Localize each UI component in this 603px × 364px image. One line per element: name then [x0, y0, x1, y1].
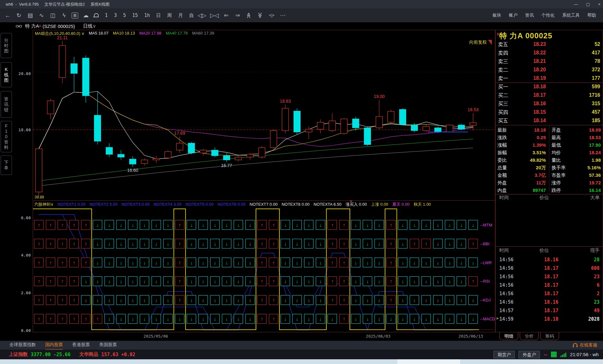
restore-mode-label[interactable]: 向前复权 — [469, 40, 492, 45]
menu-资讯[interactable]: 资讯 — [525, 13, 534, 18]
candle-body — [317, 122, 324, 129]
ask-row-卖二[interactable]: 卖二18.20372 — [496, 66, 603, 74]
sidebar-tab-分时图[interactable]: 分时图 — [1, 33, 12, 58]
collapse-down-icon[interactable]: ≫ — [257, 11, 264, 19]
divider — [496, 194, 603, 194]
period-button-3[interactable]: 3 — [114, 13, 117, 18]
online-service[interactable]: 在线客服 — [573, 341, 597, 350]
collapse-up-icon[interactable]: ≪ — [245, 11, 253, 19]
menu-帮助[interactable]: 帮助 — [587, 13, 596, 18]
close-button[interactable]: × — [598, 2, 600, 7]
stat-value: 49.82% — [514, 157, 546, 163]
down-arrow-icon: ↓ — [366, 316, 369, 322]
corner-value-label: 39.89 — [35, 195, 44, 199]
tab-char: 1 — [5, 129, 8, 134]
menu-个性化[interactable]: 个性化 — [541, 13, 555, 18]
candle-body — [35, 149, 42, 192]
bid-row-买五[interactable]: 买五18.14185 — [496, 117, 603, 125]
market-grid-icon[interactable] — [551, 351, 557, 357]
ask-row-卖四[interactable]: 卖四18.22417 — [496, 49, 603, 57]
add-pane-icon[interactable]: +▯+ — [268, 11, 275, 19]
zoom-in-icon[interactable]: ▷◁ — [210, 11, 219, 19]
ask-row-卖三[interactable]: 卖三18.2178 — [496, 57, 603, 66]
quote-list-icon[interactable]: ▤ — [26, 11, 34, 19]
market-tab-香港股票[interactable]: 香港股票 — [72, 342, 90, 348]
candle-body — [435, 128, 441, 132]
up-arrow-icon: ↑ — [84, 260, 87, 265]
menu-板块[interactable]: 板块 — [492, 13, 501, 18]
down-arrow-icon: ↓ — [460, 297, 463, 303]
cloud-order-icon[interactable]: ☁ — [82, 11, 90, 19]
bid-row-买三[interactable]: 买三18.16315 — [496, 100, 603, 108]
refresh-icon[interactable]: ↻ — [15, 11, 23, 19]
tick-price: 18.16 — [530, 257, 558, 263]
up-arrow-icon: ↑ — [61, 260, 63, 265]
minimize-button[interactable]: — — [574, 2, 578, 7]
trend-line-icon[interactable]: ∿ — [38, 11, 45, 19]
maximize-button[interactable]: ▢ — [586, 2, 590, 7]
period-button-5[interactable]: 5 — [123, 13, 126, 18]
bid-row-买一[interactable]: 买一18.18599 — [496, 83, 603, 91]
bid-row-买二[interactable]: 买二18.171716 — [496, 91, 603, 100]
zoom-out-icon[interactable]: ◁▷ — [198, 11, 206, 19]
market-tab-国内股票[interactable]: 国内股票 — [45, 342, 63, 348]
menu-账户[interactable]: 账户 — [509, 13, 518, 18]
candle-body — [270, 131, 277, 148]
pane-handle-icon[interactable]: ◆ — [350, 200, 352, 203]
lightning-trend-icon[interactable]: ϟ — [60, 11, 68, 19]
kline-chart-icon[interactable]: ◫ — [49, 11, 57, 19]
period-button-月[interactable]: 月 — [178, 13, 183, 19]
stat-value: 3.7亿 — [514, 172, 546, 178]
sidebar-tab-资讯链[interactable]: 资讯链 — [1, 91, 12, 118]
market-tab-美国股票[interactable]: 美国股票 — [99, 342, 117, 348]
period-button-1h[interactable]: 1h — [144, 13, 150, 18]
indicator-chart[interactable]: ↑↑↑↑↑↓↓↓↓↓↓↓↑↓↓↓↓↓↓↑↑↓↓↓↓↑↑↓↓↓↑↓↓↓↓↓↓↓--… — [33, 208, 495, 332]
bid-row-买四[interactable]: 买四18.15457 — [496, 108, 603, 117]
up-arrow-icon: ↑ — [38, 260, 40, 265]
period-selector[interactable]: 日线∨ — [83, 23, 96, 29]
candlestick-chart[interactable]: 21.1117.6918.8319.0018.5316.6016.7739.89 — [33, 30, 495, 200]
ask-price: 18.21 — [518, 58, 546, 64]
down-arrow-icon: ↓ — [401, 316, 404, 322]
page-right-icon[interactable]: ⇒ — [234, 11, 242, 19]
sidebar-tab-K线图[interactable]: K线图 — [1, 62, 12, 87]
alert-bell-icon[interactable] — [94, 13, 99, 17]
candle-body — [153, 159, 160, 160]
ask-volume: 52 — [595, 41, 600, 47]
overseas-account-button[interactable]: 外盘户 — [519, 351, 540, 358]
ma-legend-item[interactable]: MA组合(5,10,20,40,60,0) ∨ — [35, 31, 84, 36]
down-arrow-icon: ↓ — [249, 241, 251, 247]
indicator-param: NOTEXTA 6.50 — [314, 202, 342, 207]
ask-row-卖五[interactable]: 卖五18.2352 — [496, 40, 603, 49]
order-panel-icon[interactable]: 单 — [72, 13, 78, 19]
tick-time: 14:56 — [499, 299, 513, 305]
period-button-1[interactable]: 1 — [105, 13, 108, 18]
up-arrow-icon: ↑ — [178, 297, 181, 303]
panel-tab-分价[interactable]: 分价 — [520, 332, 539, 340]
link-icon[interactable] — [16, 24, 22, 29]
market-tab-全球股票指数[interactable]: 全球股票指数 — [9, 342, 36, 348]
up-arrow-icon: ↑ — [38, 316, 40, 322]
panel-tab-筹码[interactable]: 筹码 — [540, 332, 559, 340]
sidebar-tab-下单[interactable]: 下单 — [1, 155, 12, 175]
panel-tab-明细[interactable]: 明细 — [499, 332, 518, 340]
down-arrow-icon: ↓ — [355, 297, 357, 303]
period-button-自[interactable]: 自 — [189, 13, 194, 19]
futures-account-button[interactable]: 期货户 — [493, 351, 515, 358]
menu-系统工具[interactable]: 系统工具 — [562, 13, 580, 18]
sidebar-tab-F10资料[interactable]: F10资料 — [1, 121, 12, 152]
more-icon[interactable]: ⋯ — [279, 11, 287, 19]
down-arrow-icon: ↓ — [401, 222, 404, 228]
period-button-周[interactable]: 周 — [167, 13, 172, 19]
tick-price: 18.17 — [530, 265, 558, 271]
indicator-title[interactable]: 六脉神剑∨ — [34, 202, 54, 207]
page-left-icon[interactable]: ⇐ — [223, 11, 230, 19]
back-icon[interactable]: ← — [4, 11, 11, 19]
axis-label-18.00: 18.00 — [19, 128, 31, 132]
ask-row-卖一[interactable]: 卖一18.19177 — [496, 74, 603, 83]
server-node[interactable]: 文华云节点-模拟电信2 — [45, 2, 85, 7]
period-button-15[interactable]: 15 — [132, 13, 138, 18]
period-button-日[interactable]: 日 — [156, 13, 161, 19]
indicator-param: 上涨 0.00 — [371, 202, 388, 207]
down-arrow-icon: ↓ — [401, 241, 404, 247]
